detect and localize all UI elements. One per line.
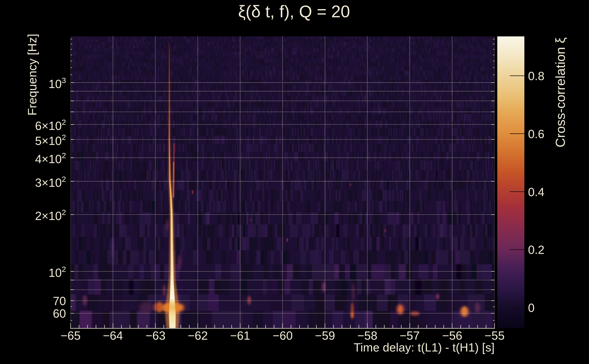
svg-text:Cross-correlation ξ: Cross-correlation ξ [553,37,568,147]
svg-text:5×102: 5×102 [35,133,66,147]
svg-text:−65: −65 [60,329,81,342]
svg-text:3×102: 3×102 [35,175,66,189]
svg-text:−58: −58 [357,329,377,342]
svg-text:−59: −59 [315,329,335,342]
svg-text:−55: −55 [484,329,504,342]
svg-text:4×102: 4×102 [35,151,66,166]
svg-text:−57: −57 [400,329,420,342]
svg-text:0: 0 [528,301,535,314]
svg-text:−61: −61 [230,329,250,342]
svg-text:0.6: 0.6 [528,127,544,141]
svg-text:−60: −60 [273,329,293,342]
svg-text:6×102: 6×102 [35,118,66,132]
svg-text:−62: −62 [188,329,208,342]
svg-text:0.4: 0.4 [528,185,544,199]
svg-text:70: 70 [53,294,66,308]
svg-text:2×102: 2×102 [35,208,66,222]
svg-text:0.2: 0.2 [528,243,544,256]
svg-text:Time delay: t(L1) - t(H1) [s]: Time delay: t(L1) - t(H1) [s] [354,341,495,354]
svg-text:Frequency [Hz]: Frequency [Hz] [26,34,39,116]
svg-text:0.8: 0.8 [528,69,544,83]
svg-text:−64: −64 [103,329,123,342]
svg-text:ξ(δ t, f), Q = 20: ξ(δ t, f), Q = 20 [238,2,350,21]
svg-text:−63: −63 [145,329,165,342]
svg-text:60: 60 [53,307,66,320]
svg-text:−56: −56 [442,329,462,342]
